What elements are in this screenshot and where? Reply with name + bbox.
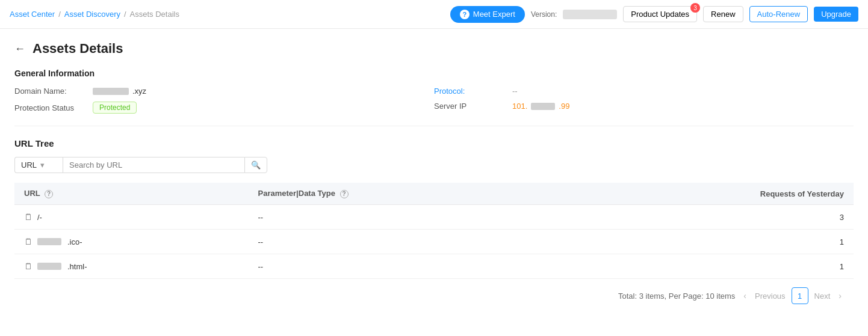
protection-status-value: Protected: [93, 102, 137, 114]
product-updates-label: Product Updates: [631, 10, 689, 19]
domain-name-value: .xyz: [93, 87, 146, 96]
page-title-row: ← Assets Details: [14, 41, 854, 57]
previous-label[interactable]: Previous: [755, 292, 786, 301]
server-ip-value: 101..99: [512, 102, 569, 111]
requests-cell-3: 1: [560, 254, 854, 279]
server-ip-row: Server IP 101..99: [434, 102, 854, 111]
requests-cell-1: 3: [560, 205, 854, 230]
url-redacted-3: [37, 263, 61, 270]
table-row: 🗒 /- -- 3: [14, 205, 854, 230]
general-info-title: General Information: [14, 69, 854, 78]
url-redacted-2: [37, 238, 61, 245]
url-col-header: URL ?: [14, 183, 249, 205]
param-col-info-icon[interactable]: ?: [340, 190, 349, 198]
url-filter-select[interactable]: URL ▾: [14, 157, 63, 173]
question-icon: ?: [460, 10, 470, 19]
url-value-3: .html-: [67, 262, 87, 271]
product-updates-button[interactable]: Product Updates 3: [623, 6, 697, 22]
url-table-header-row: URL ? Parameter|Data Type ? Requests of …: [14, 183, 854, 205]
page-title: Assets Details: [33, 41, 123, 57]
url-cell-1: 🗒 /-: [14, 205, 249, 230]
url-value-1: /-: [37, 213, 42, 222]
info-right-col: Protocol: -- Server IP 101..99: [434, 87, 854, 114]
renew-button[interactable]: Renew: [703, 6, 743, 22]
protection-status-row: Protection Status Protected: [14, 102, 434, 114]
url-filter-bar: URL ▾ 🔍: [14, 157, 267, 173]
url-filter-value: URL: [21, 160, 37, 170]
general-info-section: General Information Domain Name: .xyz Pr…: [14, 69, 854, 114]
file-icon-1: 🗒: [24, 212, 33, 222]
param-cell-1: --: [249, 205, 560, 230]
file-icon-2: 🗒: [24, 237, 33, 246]
back-arrow-button[interactable]: ←: [14, 43, 25, 55]
table-row: 🗒 .html- -- 1: [14, 254, 854, 279]
version-bar: [563, 10, 617, 19]
meet-expert-button[interactable]: ? Meet Expert: [450, 6, 525, 23]
protocol-row: Protocol: --: [434, 87, 854, 96]
domain-redacted: [93, 88, 129, 95]
url-search-input[interactable]: [63, 157, 244, 173]
url-table: URL ? Parameter|Data Type ? Requests of …: [14, 183, 854, 279]
breadcrumb-asset-discovery[interactable]: Asset Discovery: [64, 10, 120, 19]
pagination-bar: Total: 3 items, Per Page: 10 items ‹ Pre…: [14, 279, 854, 304]
param-col-header: Parameter|Data Type ?: [249, 183, 560, 205]
top-actions: ? Meet Expert Version: Product Updates 3…: [450, 6, 858, 23]
server-ip-label: Server IP: [434, 102, 506, 111]
domain-suffix: .xyz: [132, 87, 146, 96]
url-search-button[interactable]: 🔍: [244, 157, 267, 173]
protected-badge: Protected: [93, 102, 137, 114]
requests-cell-2: 1: [560, 230, 854, 254]
pagination-info: Total: 3 items, Per Page: 10 items: [618, 292, 735, 301]
domain-name-label: Domain Name:: [14, 87, 87, 96]
breadcrumb-sep-2: /: [124, 10, 126, 19]
url-tree-section: URL Tree URL ▾ 🔍 URL ? Parame: [14, 138, 854, 304]
main-content: ← Assets Details General Information Dom…: [0, 29, 868, 316]
breadcrumb: Asset Center / Asset Discovery / Assets …: [10, 10, 450, 19]
protocol-label: Protocol:: [434, 87, 506, 96]
protection-status-label: Protection Status: [14, 103, 87, 112]
requests-col-header: Requests of Yesterday: [560, 183, 854, 205]
server-ip-suffix: .99: [559, 102, 569, 111]
server-ip-prefix: 101.: [512, 102, 527, 111]
previous-button[interactable]: ‹: [741, 291, 749, 301]
upgrade-button[interactable]: Upgrade: [814, 7, 858, 22]
breadcrumb-assets-details: Assets Details: [130, 10, 179, 19]
breadcrumb-sep-1: /: [58, 10, 61, 19]
search-icon: 🔍: [251, 160, 261, 170]
protocol-value: --: [512, 87, 518, 96]
domain-name-row: Domain Name: .xyz: [14, 87, 434, 96]
table-row: 🗒 .ico- -- 1: [14, 230, 854, 254]
url-cell-2: 🗒 .ico-: [14, 230, 249, 254]
breadcrumb-asset-center[interactable]: Asset Center: [10, 10, 55, 19]
url-tree-title: URL Tree: [14, 138, 854, 148]
product-updates-badge: 3: [690, 3, 700, 13]
url-col-info-icon[interactable]: ?: [45, 190, 53, 198]
auto-renew-button[interactable]: Auto-Renew: [749, 6, 808, 22]
url-value-2: .ico-: [67, 237, 82, 246]
section-divider: [14, 126, 854, 126]
chevron-down-icon: ▾: [40, 160, 45, 170]
url-cell-3: 🗒 .html-: [14, 254, 249, 279]
server-ip-redacted: [531, 103, 555, 110]
top-bar: Asset Center / Asset Discovery / Assets …: [0, 0, 868, 29]
url-table-body: 🗒 /- -- 3 🗒 .ico-: [14, 205, 854, 279]
meet-expert-label: Meet Expert: [473, 10, 515, 19]
info-grid: Domain Name: .xyz Protection Status Prot…: [14, 87, 854, 114]
next-button[interactable]: ›: [836, 291, 844, 301]
file-icon-3: 🗒: [24, 261, 33, 271]
param-cell-2: --: [249, 230, 560, 254]
next-label[interactable]: Next: [814, 292, 831, 301]
page-1-button[interactable]: 1: [792, 287, 808, 304]
param-cell-3: --: [249, 254, 560, 279]
url-table-header: URL ? Parameter|Data Type ? Requests of …: [14, 183, 854, 205]
version-label: Version:: [531, 10, 557, 19]
info-left-col: Domain Name: .xyz Protection Status Prot…: [14, 87, 434, 114]
